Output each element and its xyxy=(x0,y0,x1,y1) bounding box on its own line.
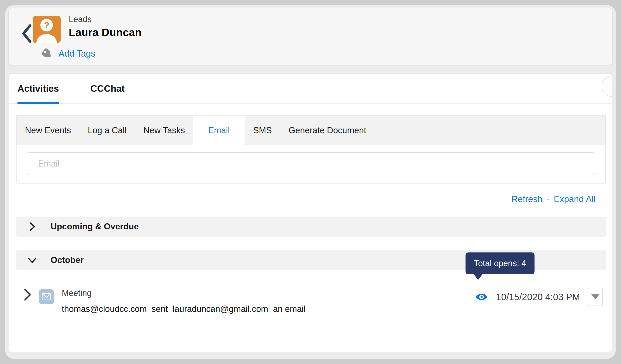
subtab-sms[interactable]: SMS xyxy=(245,115,280,145)
envelope-icon xyxy=(39,289,54,304)
subtab-new-events[interactable]: New Events xyxy=(17,115,79,145)
breadcrumb: Leads xyxy=(69,15,142,24)
eye-icon[interactable] xyxy=(475,292,488,301)
total-opens-tooltip: Total opens: 4 xyxy=(466,253,535,274)
activities-card: Activities CCChat New Events Log a Call … xyxy=(9,73,612,352)
subtab-email[interactable]: Email xyxy=(193,115,245,145)
expand-all-link[interactable]: Expand All xyxy=(554,194,596,204)
unknown-person-icon: ? xyxy=(33,16,61,43)
section-upcoming-overdue[interactable]: Upcoming & Overdue xyxy=(16,217,606,237)
composer-subtab-bar: New Events Log a Call New Tasks Email SM… xyxy=(17,115,605,145)
tab-ccchat[interactable]: CCChat xyxy=(90,74,125,103)
refresh-link[interactable]: Refresh xyxy=(511,194,542,204)
activity-actions-dropdown[interactable] xyxy=(588,288,603,306)
section-label: October xyxy=(51,255,84,265)
back-button[interactable] xyxy=(21,22,33,46)
section-label: Upcoming & Overdue xyxy=(51,222,139,232)
app-window: ? Leads Laura Duncan Add Tags Activities… xyxy=(5,5,616,359)
lead-avatar: ? xyxy=(33,16,61,43)
chevron-down-icon xyxy=(27,255,37,266)
email-input[interactable] xyxy=(27,152,595,175)
subtab-log-a-call[interactable]: Log a Call xyxy=(79,115,135,145)
add-tags-link[interactable]: Add Tags xyxy=(58,49,95,59)
expand-activity-button[interactable] xyxy=(22,288,32,302)
composer-panel: New Events Log a Call New Tasks Email SM… xyxy=(16,115,606,184)
subtab-new-tasks[interactable]: New Tasks xyxy=(135,115,193,145)
tab-bar: Activities CCChat xyxy=(9,74,612,104)
tab-activities[interactable]: Activities xyxy=(17,74,59,103)
tag-icon xyxy=(40,47,53,60)
activity-datetime: 10/15/2020 4:03 PM xyxy=(496,292,580,302)
page-title: Laura Duncan xyxy=(69,26,142,39)
subtab-generate-document[interactable]: Generate Document xyxy=(280,115,375,145)
record-header: ? Leads Laura Duncan Add Tags xyxy=(9,8,612,65)
chevron-left-icon xyxy=(21,22,33,45)
activity-row: Meeting thomas@cloudcc.com sent lauradun… xyxy=(9,288,612,314)
links-separator: · xyxy=(547,194,550,204)
tooltip-text: Total opens: 4 xyxy=(474,258,526,268)
caret-down-icon xyxy=(591,294,599,300)
svg-text:?: ? xyxy=(44,20,49,30)
chevron-right-icon xyxy=(27,221,37,232)
